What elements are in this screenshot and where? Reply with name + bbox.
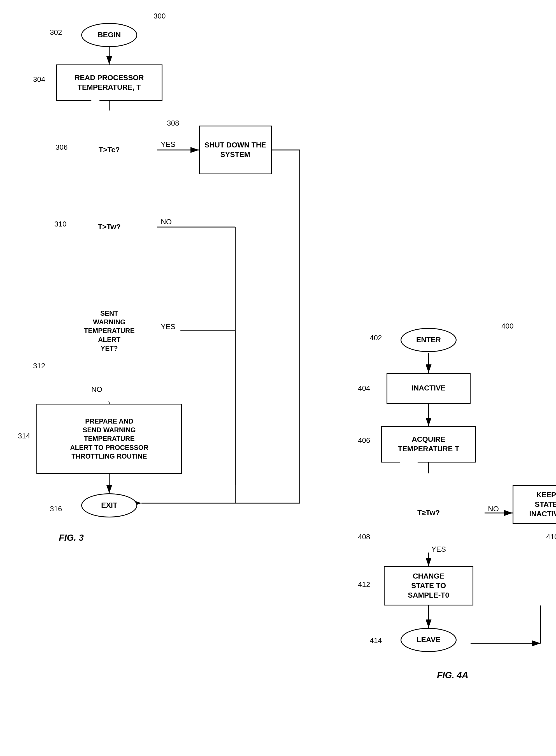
exit-label: EXIT xyxy=(101,501,117,510)
ref-408: 408 xyxy=(358,533,370,541)
ref-316: 316 xyxy=(50,504,62,513)
exit-shape: EXIT xyxy=(81,493,137,518)
enter-shape: ENTER xyxy=(401,328,457,352)
begin-shape: BEGIN xyxy=(81,23,137,47)
change-state-label: CHANGE STATE TO SAMPLE-T0 xyxy=(408,571,449,600)
read-processor-temp-shape: READ PROCESSOR TEMPERATURE, T xyxy=(56,64,163,101)
no-warning-label: NO xyxy=(91,385,102,394)
ref-402: 402 xyxy=(370,334,382,342)
ref-414: 414 xyxy=(370,636,382,645)
shut-down-shape: SHUT DOWN THE SYSTEM xyxy=(199,126,272,174)
prepare-send-label: PREPARE AND SEND WARNING TEMPERATURE ALE… xyxy=(70,417,148,461)
ref-304: 304 xyxy=(33,75,45,84)
keep-state-shape: KEEP STATE INACTIVE xyxy=(513,485,556,524)
diagram-container: 300 BEGIN 302 READ PROCESSOR TEMPERATURE… xyxy=(0,0,556,756)
yes-tc-label: YES xyxy=(161,140,175,149)
leave-shape: LEAVE xyxy=(401,628,457,652)
ref-312: 312 xyxy=(33,362,45,370)
enter-label: ENTER xyxy=(416,335,441,345)
t-gt-tc-label: T>Tc? xyxy=(99,145,119,155)
t-gt-tw-label: T>Tw? xyxy=(98,222,120,232)
ref-400: 400 xyxy=(501,322,513,330)
fig4a-title: FIG. 4A xyxy=(437,670,468,680)
ref-412: 412 xyxy=(358,580,370,589)
acquire-temp-label: ACQUIRE TEMPERATURE T xyxy=(398,435,459,454)
ref-314: 314 xyxy=(18,432,30,440)
yes-warning-label: YES xyxy=(161,322,175,331)
acquire-temp-shape: ACQUIRE TEMPERATURE T xyxy=(381,426,476,462)
ref-306: 306 xyxy=(56,143,68,152)
ref-406: 406 xyxy=(358,436,370,445)
t-ge-tw-label: T≥Tw? xyxy=(417,508,440,518)
no-tw-label: NO xyxy=(161,218,172,226)
leave-label: LEAVE xyxy=(417,635,441,645)
begin-label: BEGIN xyxy=(98,30,121,40)
ref-310: 310 xyxy=(54,220,66,228)
ref-404: 404 xyxy=(358,384,370,393)
prepare-send-shape: PREPARE AND SEND WARNING TEMPERATURE ALE… xyxy=(36,404,182,474)
ref-300: 300 xyxy=(153,12,166,21)
keep-state-label: KEEP STATE INACTIVE xyxy=(529,490,556,519)
t-ge-tw-shape: T≥Tw? xyxy=(369,454,488,572)
inactive-label: INACTIVE xyxy=(412,384,445,393)
sent-warning-label: SENT WARNING TEMPERATURE ALERT YET? xyxy=(84,309,135,353)
ref-410: 410 xyxy=(546,533,556,541)
change-state-shape: CHANGE STATE TO SAMPLE-T0 xyxy=(384,566,473,605)
read-processor-temp-label: READ PROCESSOR TEMPERATURE, T xyxy=(74,73,144,92)
inactive-shape: INACTIVE xyxy=(386,373,471,404)
no-tw4a-label: NO xyxy=(488,504,499,513)
ref-308: 308 xyxy=(167,119,179,128)
ref-302: 302 xyxy=(50,28,62,37)
yes-tw4a-label: YES xyxy=(431,545,446,554)
shut-down-label: SHUT DOWN THE SYSTEM xyxy=(205,140,266,160)
fig3-title: FIG. 3 xyxy=(59,533,84,543)
